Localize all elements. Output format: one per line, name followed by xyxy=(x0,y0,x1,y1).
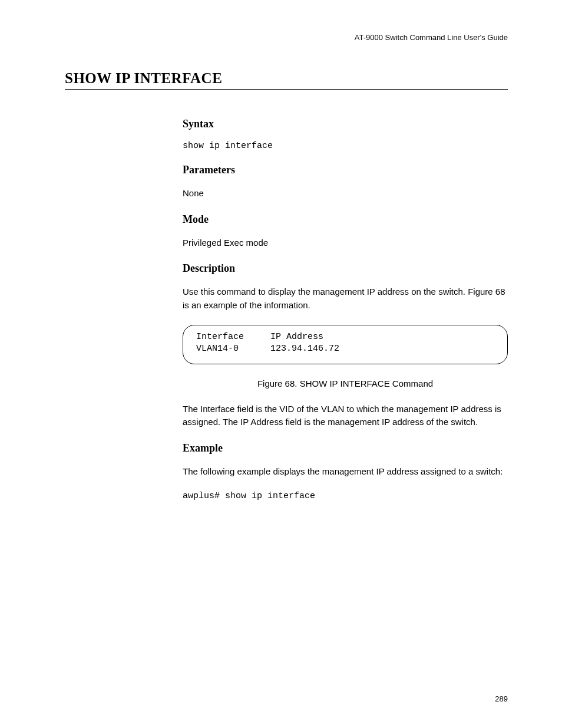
page-number: 289 xyxy=(495,694,508,703)
header-guide-title: AT-9000 Switch Command Line User's Guide xyxy=(65,33,508,42)
content-area: Syntax show ip interface Parameters None… xyxy=(183,118,508,501)
parameters-text: None xyxy=(183,187,508,200)
page-title: SHOW IP INTERFACE xyxy=(65,70,508,90)
syntax-heading: Syntax xyxy=(183,118,508,130)
syntax-command: show ip interface xyxy=(183,141,508,151)
mode-text: Privileged Exec mode xyxy=(183,236,508,250)
figure-caption: Figure 68. SHOW IP INTERFACE Command xyxy=(183,378,508,388)
output-text: Interface IP Address VLAN14-0 123.94.146… xyxy=(196,331,494,355)
example-text: The following example displays the manag… xyxy=(183,465,508,479)
mode-heading: Mode xyxy=(183,213,508,226)
output-box: Interface IP Address VLAN14-0 123.94.146… xyxy=(183,325,508,364)
description-text-2: The Interface field is the VID of the VL… xyxy=(183,403,508,429)
description-heading: Description xyxy=(183,262,508,275)
description-text-1: Use this command to display the manageme… xyxy=(183,285,508,312)
example-command: awplus# show ip interface xyxy=(183,491,508,501)
parameters-heading: Parameters xyxy=(183,164,508,176)
example-heading: Example xyxy=(183,442,508,454)
